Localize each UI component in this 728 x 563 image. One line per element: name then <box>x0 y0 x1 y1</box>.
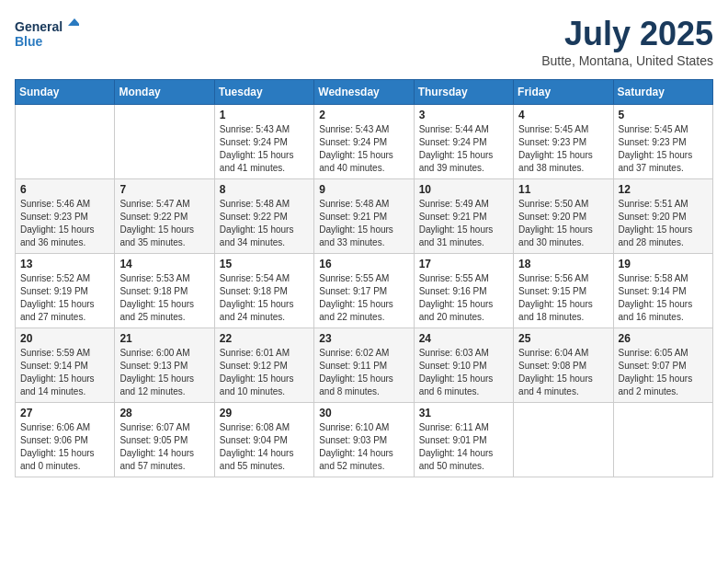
day-number: 22 <box>220 332 309 345</box>
day-number: 12 <box>619 183 708 196</box>
day-info: Sunrise: 5:50 AM Sunset: 9:20 PM Dayligh… <box>518 198 608 249</box>
page-header: General Blue July 2025 Butte, Montana, U… <box>15 15 713 68</box>
day-info: Sunrise: 5:55 AM Sunset: 9:17 PM Dayligh… <box>319 272 408 324</box>
weekday-header-tuesday: Tuesday <box>214 80 313 105</box>
day-number: 31 <box>419 407 508 419</box>
calendar-cell: 4Sunrise: 5:45 AM Sunset: 9:23 PM Daylig… <box>514 105 613 179</box>
day-number: 21 <box>119 332 209 345</box>
day-info: Sunrise: 5:49 AM Sunset: 9:21 PM Dayligh… <box>419 198 508 249</box>
calendar-cell: 26Sunrise: 6:05 AM Sunset: 9:07 PM Dayli… <box>613 328 712 403</box>
title-block: July 2025 Butte, Montana, United States <box>541 15 713 68</box>
day-number: 18 <box>518 258 608 270</box>
calendar-table: SundayMondayTuesdayWednesdayThursdayFrid… <box>15 79 713 477</box>
svg-text:Blue: Blue <box>15 34 43 49</box>
day-info: Sunrise: 5:45 AM Sunset: 9:23 PM Dayligh… <box>518 123 608 175</box>
location: Butte, Montana, United States <box>541 53 713 68</box>
day-number: 8 <box>220 183 309 196</box>
day-info: Sunrise: 5:48 AM Sunset: 9:21 PM Dayligh… <box>319 198 408 249</box>
calendar-cell: 12Sunrise: 5:51 AM Sunset: 9:20 PM Dayli… <box>613 179 712 254</box>
calendar-cell: 14Sunrise: 5:53 AM Sunset: 9:18 PM Dayli… <box>115 254 214 328</box>
calendar-cell: 31Sunrise: 6:11 AM Sunset: 9:01 PM Dayli… <box>414 403 513 477</box>
weekday-header-sunday: Sunday <box>16 80 115 105</box>
calendar-cell: 30Sunrise: 6:10 AM Sunset: 9:03 PM Dayli… <box>314 403 414 477</box>
calendar-cell: 25Sunrise: 6:04 AM Sunset: 9:08 PM Dayli… <box>514 328 613 403</box>
calendar-cell: 7Sunrise: 5:47 AM Sunset: 9:22 PM Daylig… <box>115 179 214 254</box>
calendar-cell: 24Sunrise: 6:03 AM Sunset: 9:10 PM Dayli… <box>414 328 513 403</box>
logo-svg: General Blue <box>15 15 79 52</box>
day-info: Sunrise: 5:52 AM Sunset: 9:19 PM Dayligh… <box>20 272 109 324</box>
calendar-week-3: 13Sunrise: 5:52 AM Sunset: 9:19 PM Dayli… <box>16 254 713 328</box>
calendar-cell <box>115 105 214 179</box>
day-number: 4 <box>518 109 608 121</box>
day-number: 29 <box>220 407 309 419</box>
calendar-cell: 3Sunrise: 5:44 AM Sunset: 9:24 PM Daylig… <box>414 105 513 179</box>
calendar-cell: 9Sunrise: 5:48 AM Sunset: 9:21 PM Daylig… <box>314 179 414 254</box>
day-number: 16 <box>319 258 408 270</box>
day-info: Sunrise: 6:11 AM Sunset: 9:01 PM Dayligh… <box>419 421 508 473</box>
calendar-cell: 27Sunrise: 6:06 AM Sunset: 9:06 PM Dayli… <box>16 403 115 477</box>
day-info: Sunrise: 5:59 AM Sunset: 9:14 PM Dayligh… <box>20 347 109 398</box>
day-info: Sunrise: 5:46 AM Sunset: 9:23 PM Dayligh… <box>20 198 109 249</box>
day-number: 14 <box>119 258 209 270</box>
day-number: 7 <box>119 183 209 196</box>
day-number: 9 <box>319 183 408 196</box>
weekday-header-friday: Friday <box>514 80 613 105</box>
day-info: Sunrise: 5:43 AM Sunset: 9:24 PM Dayligh… <box>319 123 408 175</box>
calendar-cell <box>514 403 613 477</box>
calendar-cell <box>16 105 115 179</box>
calendar-cell: 23Sunrise: 6:02 AM Sunset: 9:11 PM Dayli… <box>314 328 414 403</box>
day-info: Sunrise: 5:43 AM Sunset: 9:24 PM Dayligh… <box>220 123 309 175</box>
calendar-cell: 19Sunrise: 5:58 AM Sunset: 9:14 PM Dayli… <box>613 254 712 328</box>
day-number: 11 <box>518 183 608 196</box>
calendar-cell: 20Sunrise: 5:59 AM Sunset: 9:14 PM Dayli… <box>16 328 115 403</box>
day-info: Sunrise: 5:58 AM Sunset: 9:14 PM Dayligh… <box>619 272 708 324</box>
day-info: Sunrise: 6:01 AM Sunset: 9:12 PM Dayligh… <box>220 347 309 398</box>
day-number: 19 <box>619 258 708 270</box>
day-info: Sunrise: 6:10 AM Sunset: 9:03 PM Dayligh… <box>319 421 408 473</box>
day-info: Sunrise: 6:08 AM Sunset: 9:04 PM Dayligh… <box>220 421 309 473</box>
day-info: Sunrise: 6:07 AM Sunset: 9:05 PM Dayligh… <box>119 421 209 473</box>
day-number: 26 <box>619 332 708 345</box>
day-number: 1 <box>220 109 309 121</box>
day-number: 13 <box>20 258 109 270</box>
day-number: 6 <box>20 183 109 196</box>
calendar-cell: 6Sunrise: 5:46 AM Sunset: 9:23 PM Daylig… <box>16 179 115 254</box>
calendar-cell: 10Sunrise: 5:49 AM Sunset: 9:21 PM Dayli… <box>414 179 513 254</box>
day-info: Sunrise: 6:04 AM Sunset: 9:08 PM Dayligh… <box>518 347 608 398</box>
calendar-cell: 15Sunrise: 5:54 AM Sunset: 9:18 PM Dayli… <box>214 254 313 328</box>
calendar-cell: 21Sunrise: 6:00 AM Sunset: 9:13 PM Dayli… <box>115 328 214 403</box>
calendar-cell: 16Sunrise: 5:55 AM Sunset: 9:17 PM Dayli… <box>314 254 414 328</box>
day-number: 2 <box>319 109 408 121</box>
calendar-cell: 29Sunrise: 6:08 AM Sunset: 9:04 PM Dayli… <box>214 403 313 477</box>
day-info: Sunrise: 6:02 AM Sunset: 9:11 PM Dayligh… <box>319 347 408 398</box>
calendar-week-5: 27Sunrise: 6:06 AM Sunset: 9:06 PM Dayli… <box>16 403 713 477</box>
day-info: Sunrise: 6:03 AM Sunset: 9:10 PM Dayligh… <box>419 347 508 398</box>
day-number: 5 <box>619 109 708 121</box>
calendar-cell: 22Sunrise: 6:01 AM Sunset: 9:12 PM Dayli… <box>214 328 313 403</box>
calendar-week-2: 6Sunrise: 5:46 AM Sunset: 9:23 PM Daylig… <box>16 179 713 254</box>
weekday-header-saturday: Saturday <box>613 80 712 105</box>
svg-marker-2 <box>68 18 79 26</box>
day-info: Sunrise: 6:06 AM Sunset: 9:06 PM Dayligh… <box>20 421 109 473</box>
calendar-cell <box>613 403 712 477</box>
day-number: 23 <box>319 332 408 345</box>
day-number: 24 <box>419 332 508 345</box>
weekday-header-monday: Monday <box>115 80 214 105</box>
day-info: Sunrise: 5:55 AM Sunset: 9:16 PM Dayligh… <box>419 272 508 324</box>
day-number: 17 <box>419 258 508 270</box>
calendar-cell: 8Sunrise: 5:48 AM Sunset: 9:22 PM Daylig… <box>214 179 313 254</box>
calendar-cell: 5Sunrise: 5:45 AM Sunset: 9:23 PM Daylig… <box>613 105 712 179</box>
day-number: 28 <box>119 407 209 419</box>
logo: General Blue <box>15 15 79 52</box>
calendar-week-1: 1Sunrise: 5:43 AM Sunset: 9:24 PM Daylig… <box>16 105 713 179</box>
day-info: Sunrise: 5:47 AM Sunset: 9:22 PM Dayligh… <box>119 198 209 249</box>
day-info: Sunrise: 5:56 AM Sunset: 9:15 PM Dayligh… <box>518 272 608 324</box>
svg-text:General: General <box>15 19 63 34</box>
day-info: Sunrise: 5:44 AM Sunset: 9:24 PM Dayligh… <box>419 123 508 175</box>
calendar-cell: 2Sunrise: 5:43 AM Sunset: 9:24 PM Daylig… <box>314 105 414 179</box>
day-info: Sunrise: 5:53 AM Sunset: 9:18 PM Dayligh… <box>119 272 209 324</box>
weekday-header-row: SundayMondayTuesdayWednesdayThursdayFrid… <box>16 80 713 105</box>
calendar-cell: 13Sunrise: 5:52 AM Sunset: 9:19 PM Dayli… <box>16 254 115 328</box>
calendar-cell: 11Sunrise: 5:50 AM Sunset: 9:20 PM Dayli… <box>514 179 613 254</box>
day-info: Sunrise: 5:48 AM Sunset: 9:22 PM Dayligh… <box>220 198 309 249</box>
